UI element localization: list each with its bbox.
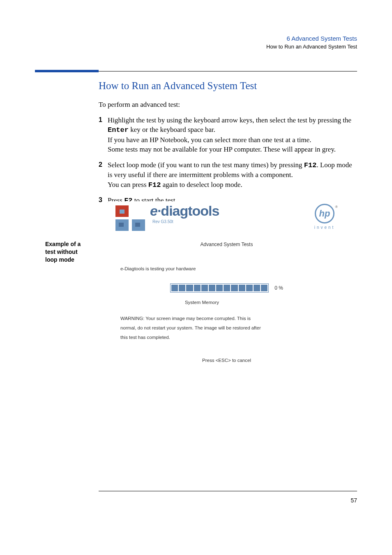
step-1: 1 Highlight the test by using the keyboa…	[99, 115, 357, 154]
intro-text: To perform an advanced test:	[99, 101, 357, 109]
testing-label: e-Diagtools is testing your hardware	[120, 266, 333, 271]
warning-line-3: this test has completed.	[120, 333, 333, 342]
screenshot-body: e-Diagtools is testing your hardware 0 %…	[108, 247, 345, 363]
step-number: 1	[99, 115, 108, 154]
key-enter: Enter	[108, 126, 129, 134]
registered-icon: ®	[335, 205, 338, 209]
key-f12: F12	[148, 181, 161, 189]
margin-note: Example of a test without loop mode	[45, 240, 90, 264]
main-content: How to Run an Advanced System Test To pe…	[99, 80, 357, 212]
step-2: 2 Select loop mode (if you want to run t…	[99, 160, 357, 190]
step-text: Select loop mode (if you want to run the…	[108, 160, 357, 190]
bottom-rule	[99, 491, 357, 491]
hp-logo: ® hp invent	[310, 204, 339, 230]
progress-percent: 0 %	[274, 285, 283, 291]
hp-circle-icon: hp	[315, 204, 334, 223]
progress-row: 0 %	[120, 283, 333, 292]
ediagtools-squares-icon	[115, 205, 147, 232]
test-name-label: System Memory	[71, 300, 333, 305]
blue-rule-tab	[35, 70, 99, 72]
key-f12: F12	[304, 161, 317, 169]
screenshot-title: Advanced System Tests	[108, 242, 345, 247]
step-number: 3	[99, 196, 108, 205]
top-rule	[99, 71, 357, 71]
page-header: 6 Advanced System Tests How to Run an Ad…	[266, 35, 357, 50]
step-text: Highlight the test by using the keyboard…	[108, 115, 357, 154]
step-number: 2	[99, 160, 108, 190]
section-title: How to Run an Advanced System Test	[99, 80, 357, 92]
warning-line-1: WARNING: Your screen image may become co…	[120, 314, 333, 323]
section-label: How to Run an Advanced System Test	[266, 44, 357, 50]
progress-bar	[170, 283, 269, 292]
hp-invent-label: invent	[310, 225, 339, 230]
page-number: 57	[350, 497, 357, 504]
cancel-instruction: Press <ESC> to cancel	[120, 358, 333, 363]
warning-line-2: normal, do not restart your system. The …	[120, 323, 333, 333]
ediagtools-rev: Rev G3.50t	[152, 219, 173, 224]
embedded-screenshot: e·diagtools Rev G3.50t ® hp invent Advan…	[108, 201, 345, 384]
chapter-label: 6 Advanced System Tests	[266, 35, 357, 42]
screenshot-header: e·diagtools Rev G3.50t ® hp invent	[108, 201, 345, 234]
ediagtools-logo: e·diagtools	[150, 203, 219, 219]
